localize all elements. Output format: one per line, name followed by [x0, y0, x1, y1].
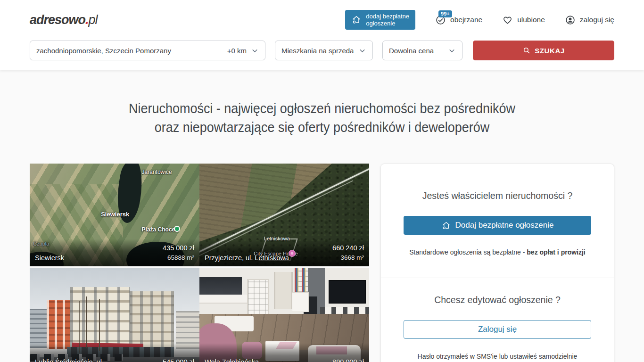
- add-free-listing-label: Dodaj bezpłatne ogłoszenie: [455, 221, 554, 230]
- listing-overlay: Wola Zgłobieńska 890 000 zł: [199, 343, 369, 362]
- listing-overlay: Siewiersk 435 000 zł 65888 m²: [30, 239, 199, 266]
- listing-card-siewiersk[interactable]: Jarantowice Siewiersk Plaża Choceń Czupl…: [30, 164, 199, 266]
- listing-price: 545 000 zł: [163, 358, 194, 362]
- counter-shape: [199, 295, 248, 304]
- listing-price: 890 000 zł: [332, 358, 364, 362]
- logo-tld: pl: [89, 13, 98, 27]
- edit-heading: Chcesz edytować ogłoszenie ?: [404, 295, 591, 305]
- viewed-icon-wrap: 99+: [435, 15, 446, 25]
- tree-shape: [86, 296, 87, 348]
- header: adresowo.pl dodaj bezpłatne ogłoszenie: [0, 0, 644, 70]
- add-listing-label: dodaj bezpłatne ogłoszenie: [366, 13, 409, 27]
- listing-price: 435 000 zł: [163, 244, 194, 252]
- hallway-shape: [274, 272, 293, 309]
- viewed-label: obejrzane: [450, 16, 482, 24]
- heart-icon: [502, 15, 513, 25]
- chevron-down-icon: [448, 47, 456, 55]
- edit-section: Chcesz edytować ogłoszenie ? Zaloguj się…: [381, 278, 614, 362]
- price-select[interactable]: Dowolna cena: [382, 41, 462, 60]
- user-circle-icon: [565, 15, 576, 25]
- chevron-down-icon: [358, 47, 366, 55]
- listing-price-area: 435 000 zł 65888 m²: [163, 243, 194, 263]
- radius-select[interactable]: +0 km: [227, 47, 247, 55]
- edit-note: Hasło otrzymałeś w SMS'ie lub ustawiłeś …: [404, 353, 591, 360]
- listing-name: Siewiersk: [35, 253, 64, 263]
- listing-name: Wola Zgłobieńska: [205, 357, 259, 362]
- listing-area: 3668 m²: [340, 254, 364, 261]
- listing-card-przyjezierze[interactable]: Letniskowa City Escape House Przyjezierz…: [199, 164, 369, 266]
- hero-section: Nieruchomości - najwięcej ogłoszeń nieru…: [0, 99, 644, 137]
- nav-item-login[interactable]: zaloguj się: [565, 15, 614, 25]
- listing-price-area: 660 240 zł 3668 m²: [332, 243, 364, 263]
- listing-overlay: Lublin Śródmieście, ul. 545 000 zł: [30, 343, 199, 362]
- logo[interactable]: adresowo.pl: [30, 13, 98, 27]
- header-actions: dodaj bezpłatne ogłoszenie 99+ obejrzane: [345, 10, 614, 30]
- search-bar: zachodniopomorskie, Szczecin Pomorzany +…: [30, 41, 614, 60]
- viewed-count-badge: 99+: [438, 10, 452, 17]
- add-free-listing-button[interactable]: Dodaj bezpłatne ogłoszenie: [404, 216, 591, 235]
- kitchen-shape: [199, 277, 242, 295]
- house-add-icon: [441, 221, 451, 230]
- listing-name: Lublin Śródmieście, ul.: [35, 357, 104, 362]
- add-listing-button[interactable]: dodaj bezpłatne ogłoszenie: [345, 10, 415, 30]
- chevron-down-icon: [251, 47, 259, 55]
- map-poi-label: Plaża Choceń: [142, 226, 179, 233]
- main-content: Jarantowice Siewiersk Plaża Choceń Czupl…: [30, 164, 614, 362]
- cabinet-shape: [247, 279, 269, 317]
- listing-card-lublin[interactable]: Lublin Śródmieście, ul. 545 000 zł: [30, 268, 199, 362]
- property-type-select[interactable]: Mieszkania na sprzeda: [275, 41, 373, 60]
- listing-grid: Jarantowice Siewiersk Plaża Choceń Czupl…: [30, 164, 369, 362]
- owner-note: Standardowe ogłoszenia są bezpłatne - be…: [404, 248, 591, 256]
- property-type-value: Mieszkania na sprzeda: [281, 47, 358, 55]
- logo-main: adresowo: [30, 13, 85, 27]
- owner-note-bold: bez opłat i prowizji: [527, 248, 585, 256]
- nav-item-favorites[interactable]: ulubione: [502, 15, 545, 25]
- listing-price-area: 545 000 zł: [163, 357, 194, 362]
- search-button[interactable]: SZUKAJ: [473, 41, 614, 60]
- login-label: zaloguj się: [580, 16, 614, 24]
- owner-section: Jesteś właścicielem nieruchomości ? Doda…: [381, 164, 614, 278]
- search-icon: [522, 46, 531, 55]
- favorites-label: ulubione: [517, 16, 545, 24]
- map-town-label: Jarantowice: [142, 169, 172, 175]
- owner-panel: Jesteś właścicielem nieruchomości ? Doda…: [380, 164, 614, 362]
- top-navigation: adresowo.pl dodaj bezpłatne ogłoszenie: [30, 10, 614, 30]
- tv-shape: [329, 280, 366, 304]
- listing-card-wola[interactable]: Wola Zgłobieńska 890 000 zł: [199, 268, 369, 362]
- map-town-label: Siewiersk: [101, 211, 129, 218]
- house-add-icon: [351, 15, 362, 25]
- price-value: Dowolna cena: [389, 47, 448, 55]
- search-button-label: SZUKAJ: [535, 47, 565, 55]
- map-pin-green-icon: [174, 226, 180, 232]
- listing-price-area: 890 000 zł: [332, 357, 364, 362]
- building-shape: [30, 309, 49, 348]
- building-shape: [130, 291, 174, 351]
- location-value: zachodniopomorskie, Szczecin Pomorzany: [36, 47, 227, 55]
- dresser-shape: [292, 292, 309, 312]
- owner-heading: Jesteś właścicielem nieruchomości ?: [404, 190, 591, 201]
- location-input[interactable]: zachodniopomorskie, Szczecin Pomorzany +…: [30, 41, 265, 60]
- building-shape: [47, 300, 74, 349]
- login-button-label: Zaloguj się: [478, 325, 517, 334]
- nav-item-viewed[interactable]: 99+ obejrzane: [435, 15, 482, 25]
- listing-price: 660 240 zł: [332, 244, 364, 252]
- login-button[interactable]: Zaloguj się: [404, 320, 591, 339]
- page-title: Nieruchomości - najwięcej ogłoszeń nieru…: [23, 99, 621, 137]
- listing-area: 65888 m²: [167, 254, 194, 261]
